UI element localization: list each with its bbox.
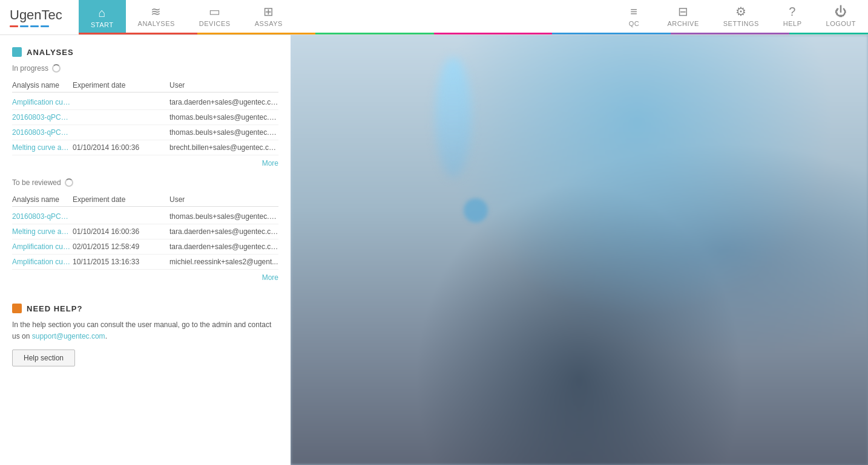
nav-right: ≡ QC ⊟ ARCHIVE ⚙ SETTINGS ? HELP ⏻ LOGOU… [613,0,868,34]
logo-bar-blue2 [30,25,39,27]
nav-item-start[interactable]: ⌂ START [79,0,126,34]
help-icon: ? [789,5,796,18]
analyses-title: ANALYSES [27,48,74,57]
help-text-after: . [105,332,107,340]
experiment-date: 01/10/2014 16:00:36 [73,227,169,236]
nav-label-help: HELP [783,20,802,27]
qc-icon: ≡ [630,5,637,18]
analysis-name-link[interactable]: Melting curve analysis [12,227,73,236]
nav-label-assays: ASSAYS [255,20,283,27]
nav-label-qc: QC [629,20,640,27]
analyses-icon: ≋ [151,5,162,18]
analysis-name-link[interactable]: Amplification curve analysis - multi... [12,258,73,266]
logo-bar-blue1 [20,25,28,27]
logo-bar-red [10,25,18,27]
table-row: 20160803-qPCR-demo thomas.beuls+sales@ug… [12,209,278,224]
analysis-name-link[interactable]: 20160803-qPCR-demo [12,113,73,122]
col-experiment-date-2: Experiment date [73,195,169,204]
user-email: thomas.beuls+sales@ugentec.co... [169,113,278,122]
col-user-2: User [169,195,278,204]
rainbow-bar [79,33,868,34]
analyses-badge [12,47,22,57]
nav-item-archive[interactable]: ⊟ ARCHIVE [655,0,711,34]
nav-label-analyses: ANALYSES [138,20,175,27]
experiment-date: 02/01/2015 12:58:49 [73,242,169,251]
table-row: Melting curve analysis 01/10/2014 16:00:… [12,140,278,155]
to-be-reviewed-more-link[interactable]: More [12,270,278,285]
table-row: Amplification curve analysis 1 tara.daer… [12,95,278,110]
to-be-reviewed-spinner [65,178,73,187]
experiment-date: 01/10/2014 16:00:36 [73,143,169,152]
devices-icon: ▭ [209,5,221,18]
table-row: Amplification curve analysis 1 02/01/201… [12,239,278,255]
nav-item-help[interactable]: ? HELP [771,0,814,34]
in-progress-table: Amplification curve analysis 1 tara.daer… [12,95,278,155]
col-user-1: User [169,81,278,89]
nav-label-settings: SETTINGS [723,20,759,27]
user-email: michiel.reessink+sales2@ugent... [169,258,278,266]
nav-label-archive: ARCHIVE [667,20,699,27]
lab-background [291,35,868,465]
in-progress-more-link[interactable]: More [12,155,278,171]
nav-item-logout[interactable]: ⏻ LOGOUT [814,0,868,34]
settings-icon: ⚙ [735,5,747,18]
col-experiment-date-1: Experiment date [73,81,169,89]
user-email: brecht.billen+sales@ugentec.com [169,143,278,152]
analysis-name-link[interactable]: 20160803-qPCR-demo [12,128,73,137]
in-progress-table-header: Analysis name Experiment date User [12,79,278,93]
analysis-name-link[interactable]: Melting curve analysis [12,143,73,152]
to-be-reviewed-table: 20160803-qPCR-demo thomas.beuls+sales@ug… [12,209,278,270]
table-row: 20160803-qPCR-demo thomas.beuls+sales@ug… [12,125,278,140]
main-content: ANALYSES In progress Analysis name Exper… [0,35,868,465]
user-email: thomas.beuls+sales@ugentec.co... [169,212,278,221]
analysis-name-link[interactable]: 20160803-qPCR-demo [12,212,73,221]
home-icon: ⌂ [98,7,106,19]
user-email: thomas.beuls+sales@ugentec.co... [169,128,278,137]
help-section-button[interactable]: Help section [12,350,75,366]
nav-label-logout: LOGOUT [826,20,856,27]
logout-icon: ⏻ [835,5,847,18]
assays-icon: ⊞ [263,5,274,18]
nav-label-devices: DEVICES [199,20,231,27]
experiment-date: 10/11/2015 13:16:33 [73,258,169,266]
right-panel-image [291,35,868,465]
help-section: NEED HELP? In the help section you can c… [12,298,278,366]
top-navigation: UgenTec ⌂ START ≋ ANALYSES ▭ DEVICES ⊞ A… [0,0,868,35]
to-be-reviewed-table-header: Analysis name Experiment date User [12,193,278,207]
left-panel: ANALYSES In progress Analysis name Exper… [0,35,291,465]
logo-bars [10,25,62,27]
help-description: In the help section you can consult the … [12,319,278,342]
in-progress-spinner [52,64,61,73]
lab-highlight [435,57,472,178]
analysis-name-link[interactable]: Amplification curve analysis 1 [12,242,73,251]
analysis-name-link[interactable]: Amplification curve analysis 1 [12,98,73,106]
to-be-reviewed-label: To be reviewed [12,178,278,187]
nav-item-analyses[interactable]: ≋ ANALYSES [126,0,187,34]
logo-bar-blue3 [41,25,49,27]
help-email-link[interactable]: support@ugentec.com [32,332,105,340]
help-title: NEED HELP? [27,304,82,313]
logo: UgenTec [0,0,79,34]
table-row: Melting curve analysis 01/10/2014 16:00:… [12,224,278,239]
nav-item-assays[interactable]: ⊞ ASSAYS [243,0,295,34]
logo-text: UgenTec [10,7,62,23]
user-email: tara.daerden+sales@ugentec.co... [169,227,278,236]
help-section-header: NEED HELP? [12,304,278,313]
col-analysis-name-1: Analysis name [12,81,73,89]
nav-item-devices[interactable]: ▭ DEVICES [187,0,243,34]
nav-item-qc[interactable]: ≡ QC [613,0,655,34]
user-email: tara.daerden+sales@ugentec.co... [169,242,278,251]
analyses-section-header: ANALYSES [12,47,278,57]
user-email: tara.daerden+sales@ugentec.co... [169,98,278,106]
in-progress-label: In progress [12,64,278,73]
nav-item-settings[interactable]: ⚙ SETTINGS [711,0,771,34]
table-row: Amplification curve analysis - multi... … [12,255,278,270]
table-row: 20160803-qPCR-demo thomas.beuls+sales@ug… [12,110,278,125]
nav-label-start: START [91,21,114,28]
archive-icon: ⊟ [678,5,689,18]
col-analysis-name-2: Analysis name [12,195,73,204]
help-badge [12,304,22,313]
